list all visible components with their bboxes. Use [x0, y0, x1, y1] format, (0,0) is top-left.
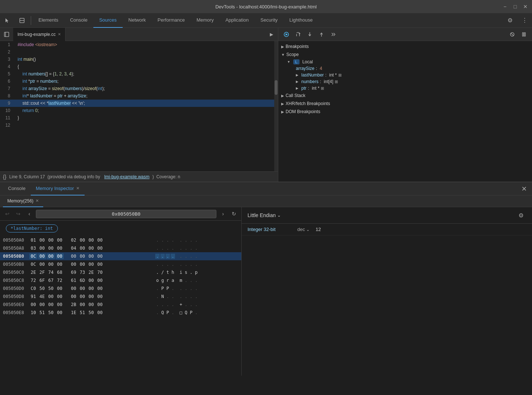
- tab-sources[interactable]: Sources: [93, 13, 123, 28]
- mem-refresh-btn[interactable]: ↻: [230, 209, 238, 218]
- hex-byte-selected[interactable]: 00: [56, 253, 64, 259]
- pause-on-exception-btn[interactable]: [519, 29, 529, 40]
- hex-byte[interactable]: 6F: [38, 277, 46, 283]
- hex-byte[interactable]: 00: [78, 302, 86, 308]
- hex-byte[interactable]: 00: [38, 261, 46, 267]
- tab-application[interactable]: Application: [220, 13, 255, 28]
- hex-byte[interactable]: 00: [87, 286, 95, 291]
- hex-byte-selected[interactable]: 0C: [29, 253, 37, 259]
- xhr-section[interactable]: ▶ XHR/fetch Breakpoints: [278, 100, 532, 108]
- hex-byte[interactable]: 68: [56, 269, 64, 275]
- minimize-btn[interactable]: −: [501, 4, 509, 10]
- sources-scrollbar[interactable]: [274, 41, 278, 171]
- hex-byte[interactable]: 00: [96, 261, 104, 267]
- hex-byte[interactable]: 00: [96, 277, 104, 283]
- more-options-btn[interactable]: ⋮: [517, 13, 532, 28]
- mem-prev-btn[interactable]: ‹: [25, 209, 34, 218]
- hex-byte[interactable]: 10: [29, 310, 37, 316]
- hex-byte[interactable]: 00: [56, 286, 64, 291]
- tab-network[interactable]: Network: [123, 13, 152, 28]
- hex-byte[interactable]: 2E: [29, 269, 37, 275]
- hex-byte[interactable]: 00: [87, 302, 95, 308]
- step-into-btn[interactable]: [305, 29, 315, 40]
- bottom-tab-console[interactable]: Console: [3, 182, 31, 195]
- bottom-tab-memory-inspector[interactable]: Memory Inspector ✕: [31, 182, 85, 195]
- scope-section[interactable]: ▼ Scope: [278, 51, 532, 59]
- hex-byte[interactable]: 50: [47, 286, 55, 291]
- hex-byte[interactable]: 51: [78, 310, 86, 316]
- hex-byte[interactable]: 74: [47, 269, 55, 275]
- tab-performance[interactable]: Performance: [152, 13, 190, 28]
- breakpoints-section[interactable]: ▶ Breakpoints: [278, 42, 532, 51]
- mem-back-btn[interactable]: ↩: [3, 209, 12, 218]
- hex-byte[interactable]: 00: [78, 245, 86, 251]
- hex-byte[interactable]: 2B: [70, 302, 78, 308]
- bottom-panel-close-btn[interactable]: ✕: [519, 184, 529, 194]
- hex-byte[interactable]: 00: [56, 294, 64, 299]
- hex-byte[interactable]: 04: [70, 245, 78, 251]
- hex-byte[interactable]: 00: [70, 261, 78, 267]
- hex-byte-selected[interactable]: 00: [47, 253, 55, 259]
- hex-byte[interactable]: 4E: [38, 294, 46, 299]
- hex-byte[interactable]: 00: [56, 237, 64, 243]
- hex-byte[interactable]: 00: [47, 237, 55, 243]
- memory-subtab-close[interactable]: ✕: [36, 198, 39, 203]
- hex-byte[interactable]: 02: [70, 237, 78, 243]
- hex-byte[interactable]: 69: [70, 269, 78, 275]
- hex-byte[interactable]: 03: [29, 245, 37, 251]
- tab-lighthouse[interactable]: Lighthouse: [283, 13, 319, 28]
- hex-byte[interactable]: 00: [78, 253, 86, 259]
- hex-byte[interactable]: 00: [96, 302, 104, 308]
- hex-byte[interactable]: 00: [70, 294, 78, 299]
- step-over-btn[interactable]: [293, 29, 303, 40]
- tab-security[interactable]: Security: [254, 13, 283, 28]
- hex-byte[interactable]: 00: [96, 245, 104, 251]
- maximize-btn[interactable]: □: [511, 4, 519, 10]
- hex-byte[interactable]: 01: [29, 237, 37, 243]
- hex-byte[interactable]: 00: [96, 253, 104, 259]
- hex-byte[interactable]: 00: [96, 237, 104, 243]
- call-stack-section[interactable]: ▶ Call Stack: [278, 92, 532, 100]
- scope-item-numbers[interactable]: ▶ numbers : int[4] ⊞: [278, 78, 532, 85]
- hex-byte[interactable]: 50: [47, 310, 55, 316]
- memory-inspector-close[interactable]: ✕: [76, 186, 79, 191]
- hex-byte[interactable]: 00: [70, 286, 78, 291]
- hex-byte[interactable]: 00: [47, 302, 55, 308]
- close-btn[interactable]: ✕: [522, 4, 529, 10]
- hex-byte[interactable]: 00: [38, 237, 46, 243]
- format-select[interactable]: dec ⌄: [297, 227, 310, 232]
- mem-forward-btn[interactable]: ↪: [14, 209, 23, 218]
- hex-byte[interactable]: 00: [56, 245, 64, 251]
- sources-scrollbar-thumb[interactable]: [275, 80, 278, 95]
- hex-byte[interactable]: 00: [87, 245, 95, 251]
- scope-item-ptr[interactable]: ▶ ptr : int * ⊞: [278, 85, 532, 92]
- dock-icon-btn[interactable]: [15, 13, 29, 28]
- memory-subtab-256[interactable]: Memory(256) ✕: [3, 195, 43, 207]
- hex-byte[interactable]: 1E: [70, 310, 78, 316]
- hex-byte[interactable]: 00: [47, 294, 55, 299]
- hex-byte[interactable]: 00: [78, 237, 86, 243]
- file-tab-close[interactable]: ✕: [58, 32, 61, 36]
- hex-byte-selected[interactable]: 00: [38, 253, 46, 259]
- tab-memory[interactable]: Memory: [191, 13, 220, 28]
- hex-byte[interactable]: 00: [78, 294, 86, 299]
- hex-byte[interactable]: 00: [29, 302, 37, 308]
- hex-byte[interactable]: 00: [47, 261, 55, 267]
- hex-byte[interactable]: 00: [87, 294, 95, 299]
- hex-byte[interactable]: 00: [47, 245, 55, 251]
- dom-section[interactable]: ▶ DOM Breakpoints: [278, 108, 532, 116]
- hex-byte[interactable]: 00: [96, 286, 104, 291]
- hex-byte[interactable]: 70: [96, 269, 104, 275]
- wasm-link[interactable]: lmi-bug-example.wasm: [104, 174, 149, 179]
- step-btn[interactable]: [328, 29, 338, 40]
- hex-byte[interactable]: 91: [29, 294, 37, 299]
- hex-byte[interactable]: C0: [29, 286, 37, 291]
- hex-byte[interactable]: 6D: [78, 277, 86, 283]
- hex-byte[interactable]: 51: [38, 310, 46, 316]
- hex-byte[interactable]: 00: [56, 261, 64, 267]
- memory-settings-btn[interactable]: ⚙: [516, 210, 526, 220]
- hex-byte[interactable]: 00: [87, 253, 95, 259]
- hex-byte[interactable]: 61: [70, 277, 78, 283]
- mem-next-btn[interactable]: ›: [219, 209, 227, 218]
- resume-btn[interactable]: [281, 29, 291, 40]
